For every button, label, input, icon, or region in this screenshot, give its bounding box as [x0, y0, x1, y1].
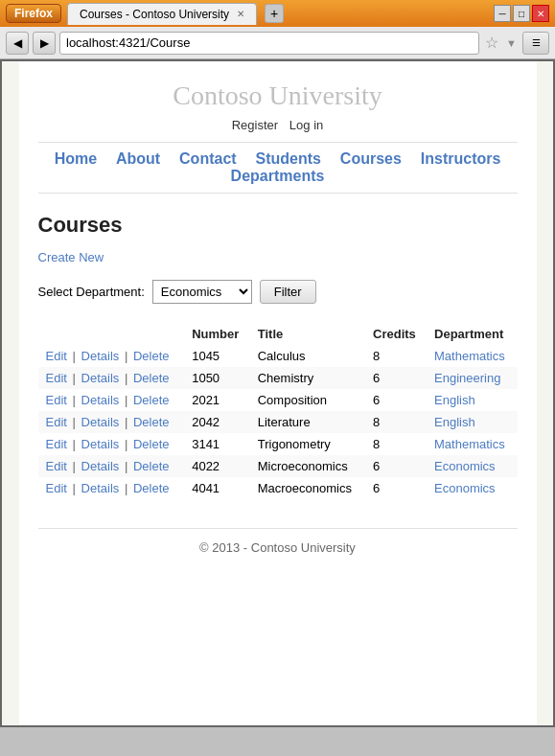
department-select[interactable]: Economics Engineering English Mathematic…	[152, 280, 252, 304]
row-credits: 6	[365, 367, 427, 389]
row-department: Economics	[427, 455, 517, 477]
row-title: Trigonometry	[250, 433, 365, 455]
edit-link[interactable]: Edit	[46, 349, 67, 363]
row-number: 1045	[184, 345, 250, 367]
titlebar: Firefox Courses - Contoso University ✕ +…	[0, 0, 555, 27]
restore-button[interactable]: □	[513, 5, 530, 22]
row-credits: 8	[365, 345, 427, 367]
bookmark-button[interactable]: ☆	[483, 34, 500, 52]
arrow-button[interactable]: ▼	[504, 37, 519, 49]
delete-link[interactable]: Delete	[133, 415, 170, 429]
row-number: 1050	[184, 367, 250, 389]
row-number: 4041	[184, 477, 250, 499]
row-department: Mathematics	[427, 433, 517, 455]
row-number: 2021	[184, 389, 250, 411]
new-tab-button[interactable]: +	[265, 4, 284, 23]
row-actions: Edit | Details | Delete	[38, 455, 185, 477]
row-department: Economics	[427, 477, 517, 499]
table-header-row: Number Title Credits Department	[38, 323, 518, 345]
nav-courses[interactable]: Courses	[340, 150, 402, 167]
row-title: Microeconomics	[250, 455, 365, 477]
nav-contact[interactable]: Contact	[179, 150, 237, 167]
row-credits: 6	[365, 389, 427, 411]
nav-departments[interactable]: Departments	[231, 168, 325, 184]
close-button[interactable]: ✕	[532, 5, 549, 22]
row-title: Composition	[250, 389, 365, 411]
table-row: Edit | Details | Delete 1045 Calculus 8 …	[38, 345, 518, 367]
register-link[interactable]: Register	[232, 118, 278, 132]
table-row: Edit | Details | Delete 1050 Chemistry 6…	[38, 367, 518, 389]
addressbar: ◀ ▶ localhost:4321/Course ☆ ▼ ☰	[0, 27, 555, 59]
table-row: Edit | Details | Delete 2021 Composition…	[38, 389, 518, 411]
row-department: English	[427, 411, 517, 433]
row-actions: Edit | Details | Delete	[38, 477, 185, 499]
window-controls: ─ □ ✕	[494, 5, 549, 22]
copyright: © 2013 - Contoso University	[199, 540, 356, 555]
details-link[interactable]: Details	[81, 437, 120, 451]
delete-link[interactable]: Delete	[133, 437, 170, 451]
col-actions	[38, 323, 185, 345]
nav-home[interactable]: Home	[55, 150, 97, 167]
details-link[interactable]: Details	[81, 393, 120, 407]
filter-button[interactable]: Filter	[260, 280, 316, 304]
row-department: Engineering	[427, 367, 517, 389]
row-actions: Edit | Details | Delete	[38, 433, 185, 455]
table-row: Edit | Details | Delete 2042 Literature …	[38, 411, 518, 433]
browser-tab[interactable]: Courses - Contoso University ✕	[67, 3, 257, 25]
row-credits: 8	[365, 433, 427, 455]
row-number: 3141	[184, 433, 250, 455]
filter-label: Select Department:	[38, 285, 145, 299]
delete-link[interactable]: Delete	[133, 481, 170, 495]
create-new-link[interactable]: Create New	[38, 250, 104, 264]
details-link[interactable]: Details	[81, 459, 120, 473]
address-bar[interactable]: localhost:4321/Course	[59, 32, 479, 55]
back-button[interactable]: ◀	[6, 32, 29, 55]
row-number: 2042	[184, 411, 250, 433]
row-actions: Edit | Details | Delete	[38, 345, 185, 367]
delete-link[interactable]: Delete	[133, 459, 170, 473]
details-link[interactable]: Details	[81, 415, 120, 429]
minimize-button[interactable]: ─	[494, 5, 511, 22]
page-content: Contoso University Register Log in Home …	[19, 61, 537, 725]
details-link[interactable]: Details	[81, 349, 120, 363]
row-title: Literature	[250, 411, 365, 433]
browser-menu-button[interactable]: ☰	[522, 32, 549, 55]
col-credits: Credits	[365, 323, 427, 345]
details-link[interactable]: Details	[81, 371, 120, 385]
row-credits: 6	[365, 477, 427, 499]
nav-students[interactable]: Students	[256, 150, 321, 167]
edit-link[interactable]: Edit	[46, 459, 67, 473]
nav-about[interactable]: About	[116, 150, 160, 167]
details-link[interactable]: Details	[81, 481, 120, 495]
edit-link[interactable]: Edit	[46, 415, 67, 429]
nav-instructors[interactable]: Instructors	[421, 150, 501, 167]
delete-link[interactable]: Delete	[133, 393, 170, 407]
tab-title: Courses - Contoso University	[80, 8, 229, 21]
delete-link[interactable]: Delete	[133, 349, 170, 363]
row-title: Chemistry	[250, 367, 365, 389]
page-footer: © 2013 - Contoso University	[38, 528, 518, 555]
tab-close-icon[interactable]: ✕	[237, 9, 244, 19]
main-nav: Home About Contact Students Courses Inst…	[38, 142, 518, 194]
firefox-menu-button[interactable]: Firefox	[6, 4, 61, 23]
forward-button[interactable]: ▶	[33, 32, 56, 55]
row-department: Mathematics	[427, 345, 517, 367]
edit-link[interactable]: Edit	[46, 393, 67, 407]
row-number: 4022	[184, 455, 250, 477]
courses-table: Number Title Credits Department Edit | D…	[38, 323, 518, 499]
login-link[interactable]: Log in	[289, 118, 323, 132]
edit-link[interactable]: Edit	[46, 437, 67, 451]
col-department: Department	[427, 323, 517, 345]
table-row: Edit | Details | Delete 4022 Microeconom…	[38, 455, 518, 477]
edit-link[interactable]: Edit	[46, 481, 67, 495]
table-row: Edit | Details | Delete 3141 Trigonometr…	[38, 433, 518, 455]
page-title: Courses	[38, 213, 518, 238]
col-title: Title	[250, 323, 365, 345]
row-credits: 8	[365, 411, 427, 433]
row-department: English	[427, 389, 517, 411]
edit-link[interactable]: Edit	[46, 371, 67, 385]
col-number: Number	[184, 323, 250, 345]
delete-link[interactable]: Delete	[133, 371, 170, 385]
table-row: Edit | Details | Delete 4041 Macroeconom…	[38, 477, 518, 499]
page-wrapper: Contoso University Register Log in Home …	[0, 59, 555, 727]
